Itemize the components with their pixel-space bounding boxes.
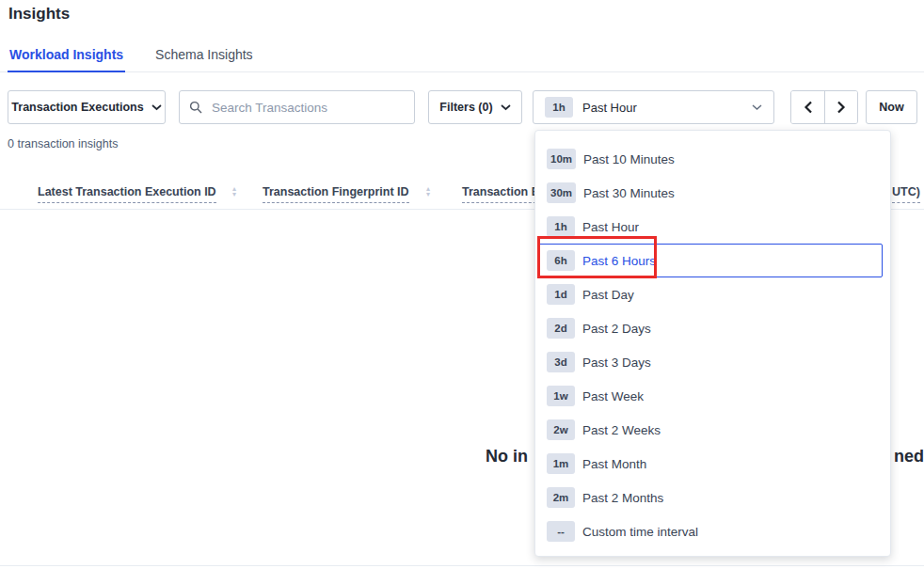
time-step-buttons [790,90,858,124]
chevron-down-icon [501,104,511,111]
tab-workload-insights[interactable]: Workload Insights [8,44,125,72]
chevron-down-icon [151,104,162,111]
time-interval-option-badge: 1w [547,386,575,406]
toolbar: Transaction Executions Filters (0) 1h Pa… [8,90,917,124]
time-interval-option-label: Past 2 Days [582,322,651,336]
time-interval-label: Past Hour [582,101,637,115]
now-button-label: Now [879,101,903,114]
time-interval-option[interactable]: 2d Past 2 Days [537,311,883,345]
column-header-transaction-fingerprint-id[interactable]: Transaction Fingerprint ID [263,185,409,203]
column-header-latest-transaction-execution-id[interactable]: Latest Transaction Execution ID [38,185,216,203]
time-interval-option-label: Past Hour [582,220,639,234]
time-interval-option-label: Past 2 Months [582,491,663,505]
insight-type-select[interactable]: Transaction Executions [8,90,166,124]
previous-interval-button[interactable] [791,91,824,123]
time-interval-option[interactable]: 1d Past Day [537,277,883,311]
time-interval-option-badge: 1d [547,284,575,305]
time-interval-option[interactable]: 2w Past 2 Weeks [537,413,883,447]
tab-schema-insights[interactable]: Schema Insights [153,44,255,71]
time-interval-option-badge: 2w [547,419,575,440]
time-interval-option[interactable]: 3d Past 3 Days [537,345,883,379]
chevron-right-icon [836,101,846,114]
time-interval-option-badge: 2m [547,487,575,508]
chevron-left-icon [804,101,813,114]
insight-type-select-label: Transaction Executions [11,101,143,114]
time-interval-option[interactable]: 1w Past Week [537,379,883,413]
empty-state-message-fragment: ned. [894,447,924,466]
time-interval-badge: 1h [545,97,573,118]
filters-button[interactable]: Filters (0) [428,90,522,124]
time-interval-option-badge: 30m [547,182,576,203]
time-interval-option[interactable]: -- Custom time interval [537,514,883,548]
sort-icon[interactable]: ▴▾ [232,186,236,197]
time-interval-option-label: Past Week [582,389,644,403]
table-bottom-divider [0,565,924,566]
time-interval-option[interactable]: 10m Past 10 Minutes [537,142,883,176]
time-interval-option-label: Past 3 Days [582,356,651,370]
time-interval-option[interactable]: 6h Past 6 Hours [537,244,883,277]
insights-page: Insights Workload Insights Schema Insigh… [0,0,924,569]
time-interval-option-badge: 2d [547,318,575,339]
time-interval-option-label: Past Day [582,288,634,302]
time-interval-option[interactable]: 2m Past 2 Months [537,481,883,514]
time-interval-option[interactable]: 1m Past Month [537,447,883,481]
page-title: Insights [8,5,70,24]
time-interval-option-label: Past Month [582,457,646,471]
time-interval-option-label: Past 6 Hours [582,254,656,268]
tab-bar: Workload Insights Schema Insights [0,44,924,72]
column-header-utc-truncated[interactable]: UTC) [892,185,920,203]
time-interval-option[interactable]: 30m Past 30 Minutes [537,176,883,210]
chevron-down-icon [752,104,762,111]
results-count: 0 transaction insights [8,137,118,150]
time-interval-option-badge: 6h [547,250,575,271]
time-interval-option-badge: 3d [547,352,575,372]
time-interval-option-badge: 1m [547,453,575,474]
sort-icon[interactable]: ▴▾ [426,186,430,197]
time-interval-option-badge: 1h [547,216,575,237]
search-input[interactable] [179,90,415,124]
filters-button-label: Filters (0) [439,101,492,114]
time-interval-option[interactable]: 1h Past Hour [537,210,883,244]
empty-state-message-fragment: No in [486,447,528,466]
time-interval-option-label: Past 30 Minutes [583,186,675,200]
time-interval-option-label: Past 10 Minutes [583,152,675,166]
search-field [179,90,415,124]
now-button[interactable]: Now [866,90,917,124]
time-interval-option-label: Past 2 Weeks [582,423,661,437]
time-interval-dropdown: 10m Past 10 Minutes 30m Past 30 Minutes … [534,130,891,557]
next-interval-button[interactable] [824,91,857,123]
time-interval-option-badge: -- [547,521,575,542]
column-header-transaction-execution-truncated[interactable]: Transaction Ex [462,185,546,203]
time-interval-option-label: Custom time interval [582,525,698,539]
time-interval-select[interactable]: 1h Past Hour [533,90,774,124]
time-interval-option-badge: 10m [547,149,576,169]
